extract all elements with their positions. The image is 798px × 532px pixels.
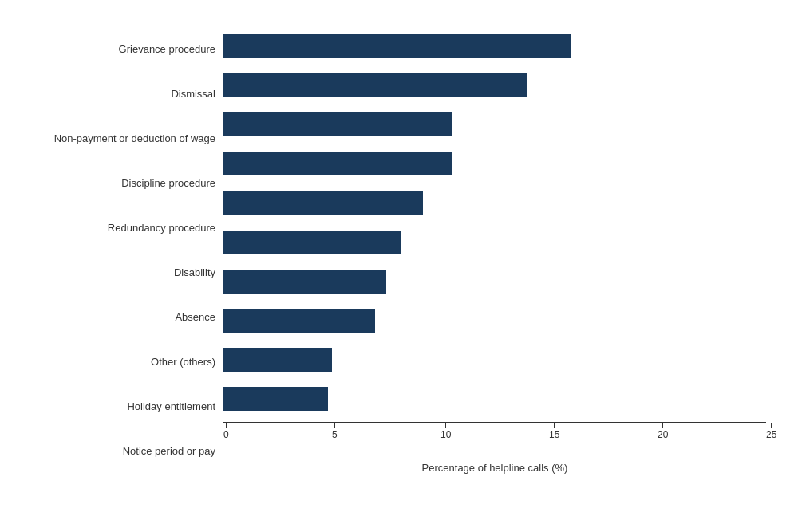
- bar: [223, 73, 527, 97]
- y-label: Discipline procedure: [32, 164, 215, 203]
- bar-row: [223, 341, 766, 379]
- bar: [223, 309, 375, 333]
- y-label: Dismissal: [32, 75, 215, 113]
- bar: [223, 191, 423, 215]
- x-axis: 0510152025: [223, 422, 766, 446]
- chart-area: Grievance procedureDismissalNon-payment …: [32, 27, 766, 474]
- bar: [223, 387, 328, 411]
- x-tick: 0: [223, 423, 229, 440]
- x-tick-label: 0: [223, 429, 229, 440]
- y-label: Non-payment or deduction of wage: [32, 120, 215, 158]
- y-label: Absence: [32, 298, 215, 337]
- x-tick-line: [226, 423, 227, 428]
- y-label: Other (others): [32, 343, 215, 381]
- bars-section: Grievance procedureDismissalNon-payment …: [32, 27, 766, 474]
- bar: [223, 112, 452, 136]
- x-tick: 5: [332, 423, 338, 440]
- y-label: Redundancy procedure: [32, 209, 215, 247]
- y-label: Holiday entitlement: [32, 388, 215, 426]
- x-tick: 10: [440, 423, 451, 440]
- bar-row: [223, 105, 766, 144]
- bar: [223, 270, 386, 294]
- bar-row: [223, 301, 766, 340]
- x-tick-label: 20: [658, 429, 668, 440]
- x-tick-line: [771, 423, 772, 428]
- y-label: Notice period or pay: [32, 432, 215, 471]
- x-tick-label: 15: [549, 429, 559, 440]
- bar-row: [223, 183, 766, 222]
- x-tick-line: [445, 423, 446, 428]
- x-tick: 15: [549, 423, 559, 440]
- x-tick-label: 10: [440, 429, 451, 440]
- bar: [223, 34, 571, 58]
- y-label: Grievance procedure: [32, 30, 215, 69]
- bar-row: [223, 262, 766, 301]
- x-tick-line: [662, 423, 663, 428]
- y-labels: Grievance procedureDismissalNon-payment …: [32, 27, 223, 474]
- chart-container: Grievance procedureDismissalNon-payment …: [16, 11, 782, 522]
- x-tick: 20: [658, 423, 668, 440]
- bar-row: [223, 27, 766, 65]
- x-tick-line: [554, 423, 555, 428]
- bar-row: [223, 223, 766, 262]
- bars-wrapper: [223, 27, 766, 419]
- x-axis-title: Percentage of helpline calls (%): [223, 462, 766, 474]
- x-tick-label: 5: [332, 429, 338, 440]
- bar: [223, 152, 452, 175]
- x-tick-line: [334, 423, 335, 428]
- x-tick-label: 25: [766, 429, 776, 440]
- bar-row: [223, 66, 766, 104]
- x-tick: 25: [766, 423, 776, 440]
- bars-and-axes: 0510152025 Percentage of helpline calls …: [223, 27, 766, 474]
- y-label: Disability: [32, 254, 215, 292]
- bar: [223, 348, 332, 372]
- bar-row: [223, 144, 766, 183]
- bar-row: [223, 380, 766, 418]
- bar: [223, 231, 401, 254]
